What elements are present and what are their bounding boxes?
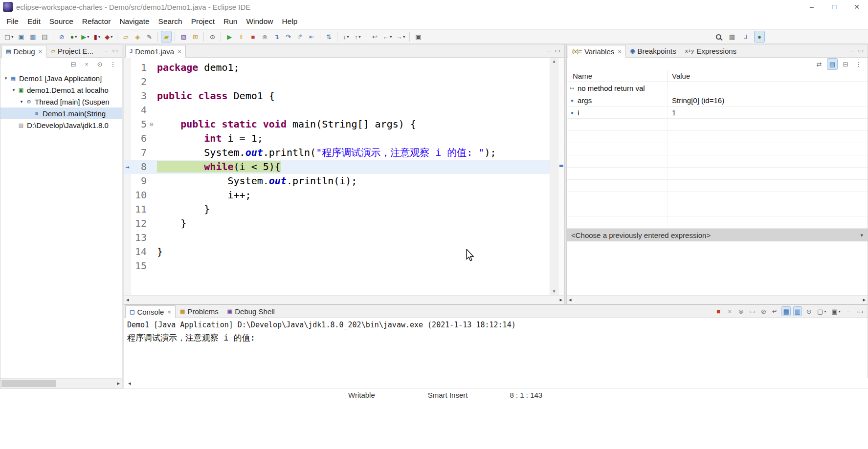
tab-variables[interactable]: (x)=Variables× [568, 45, 626, 58]
scroll-left-icon[interactable] [569, 297, 572, 302]
open-perspective-button[interactable]: ▦ [727, 31, 737, 43]
next-annotation-button[interactable]: ↓▾ [340, 31, 351, 43]
variable-row[interactable]: ●argsString[0] (id=16) [567, 94, 868, 107]
view-menu-button[interactable]: ⋮ [108, 58, 118, 70]
code-line[interactable]: 7 System.out.println("程序调试演示，注意观察 i 的值: … [124, 146, 550, 160]
expander-icon[interactable]: ▾ [18, 99, 25, 104]
expression-input[interactable]: <Choose a previously entered expression>… [567, 229, 868, 241]
tree-item[interactable]: ▾▣demo1.Demo1 at localho [0, 84, 122, 96]
variable-row[interactable]: ●i1 [567, 107, 868, 119]
run-button[interactable]: ▶▾ [80, 31, 90, 43]
scroll-lock-button[interactable]: ⊘ [759, 306, 768, 316]
collapse-all-button[interactable]: ⊟ [68, 58, 79, 70]
code-line[interactable]: 10 i++; [124, 188, 550, 202]
show-type-names-button[interactable]: ▤ [827, 58, 838, 70]
code-line[interactable]: 15 [124, 259, 550, 273]
maximize-view-button[interactable]: ▭ [554, 47, 562, 54]
java-search-button[interactable]: ⊙ [207, 31, 218, 43]
console-output[interactable]: 程序调试演示，注意观察 i 的值: [124, 330, 868, 345]
close-icon[interactable]: × [178, 48, 181, 55]
new-java-package-button[interactable]: ⊞ [190, 31, 200, 43]
terminate-button[interactable]: ■ [714, 306, 723, 316]
expander-icon[interactable]: ▾ [2, 76, 9, 81]
menu-edit[interactable]: Edit [23, 15, 45, 28]
tree-item[interactable]: ▥D:\Develop\Java\jdk1.8.0 [0, 119, 122, 131]
display-selected-console-button[interactable]: ▢▾ [816, 306, 827, 316]
menu-project[interactable]: Project [187, 15, 219, 28]
current-line-marker[interactable] [559, 165, 563, 167]
variable-detail-pane[interactable] [567, 241, 868, 295]
drop-to-frame-button[interactable]: ⇤ [306, 31, 317, 43]
code-line[interactable]: 11 } [124, 202, 550, 216]
java-perspective-button[interactable]: J [740, 31, 751, 43]
back-button[interactable]: ←▾ [381, 31, 393, 43]
code-line[interactable]: 3public class Demo1 { [124, 89, 550, 103]
variable-row[interactable]: ↦no method return val [567, 82, 868, 94]
code-line[interactable]: →8 while(i < 5){ [124, 160, 550, 174]
remove-all-terminated-button[interactable]: ⊗ [736, 306, 745, 316]
minimize-view-button[interactable]: – [546, 47, 552, 54]
show-on-stderr-button[interactable]: ▥ [793, 306, 802, 316]
menu-search[interactable]: Search [154, 15, 187, 28]
menu-file[interactable]: File [2, 15, 23, 28]
pin-editor-button[interactable]: ▣ [413, 31, 423, 43]
tree-item[interactable]: ≡Demo1.main(String [0, 107, 122, 119]
open-resource-button[interactable]: ▱ [120, 31, 131, 43]
remove-launch-button[interactable]: × [725, 306, 734, 316]
show-on-stdout-button[interactable]: ▤ [781, 306, 790, 316]
debug-view-hscrollbar[interactable] [0, 378, 122, 388]
code-line[interactable]: 9 System.out.println(i); [124, 174, 550, 188]
menu-navigate[interactable]: Navigate [115, 15, 154, 28]
tab-problems[interactable]: ▦Problems [176, 305, 223, 318]
maximize-view-button[interactable]: ▭ [111, 47, 119, 54]
show-logical-structures-button[interactable]: ⇄ [814, 58, 824, 70]
suspend-button[interactable]: ‖ [236, 31, 246, 43]
save-button[interactable]: ▣ [16, 31, 26, 43]
menu-source[interactable]: Source [45, 15, 78, 28]
step-into-button[interactable]: ↴ [271, 31, 282, 43]
tab-breakpoints[interactable]: ◉Breakpoints [626, 44, 681, 57]
tab-debug-shell[interactable]: ▣Debug Shell [223, 305, 279, 318]
code-line[interactable]: 13 [124, 231, 550, 245]
tab-project-explorer[interactable]: ▱Project E... [46, 44, 98, 57]
code-area[interactable]: 1package demo1;23public class Demo1 {45⊖… [124, 58, 550, 295]
minimize-view-button[interactable]: – [845, 306, 853, 316]
scroll-right-icon[interactable] [559, 297, 562, 302]
collapse-all-button[interactable]: ⊟ [840, 58, 851, 70]
coverage-button[interactable]: ▮▾ [91, 31, 102, 43]
console-empty-area[interactable] [124, 345, 868, 378]
code-line[interactable]: 5⊖ public static void main(String[] args… [124, 117, 550, 131]
scroll-down-icon[interactable] [553, 289, 556, 294]
console-hscrollbar[interactable] [124, 378, 868, 388]
maximize-button[interactable]: □ [823, 0, 846, 14]
scroll-left-icon[interactable] [128, 381, 131, 386]
debug-button[interactable]: ●▾ [68, 31, 79, 43]
code-line[interactable]: 4 [124, 103, 550, 117]
step-over-button[interactable]: ↷ [283, 31, 293, 43]
menu-help[interactable]: Help [278, 15, 302, 28]
name-column-header[interactable]: Name [567, 70, 668, 82]
menu-window[interactable]: Window [242, 15, 277, 28]
open-task-button[interactable]: ✎ [144, 31, 155, 43]
remove-all-terminated-button[interactable]: × [81, 58, 92, 70]
value-column-header[interactable]: Value [668, 72, 868, 80]
debug-perspective-button[interactable]: ● [754, 31, 765, 43]
forward-button[interactable]: →▾ [394, 31, 406, 43]
minimize-view-button[interactable]: – [103, 47, 110, 54]
variables-hscrollbar[interactable] [567, 295, 868, 304]
maximize-view-button[interactable]: ▭ [856, 306, 865, 316]
chevron-down-icon[interactable]: ▾ [860, 232, 863, 238]
minimize-view-button[interactable]: – [849, 47, 855, 54]
maximize-view-button[interactable]: ▭ [857, 47, 865, 54]
mark-occurrences-button[interactable]: ▰ [161, 31, 172, 43]
tree-item[interactable]: ▾⚙Thread [main] (Suspen [0, 96, 122, 107]
close-icon[interactable]: × [167, 308, 171, 316]
run-external-tools-button[interactable]: ◆▾ [103, 31, 114, 43]
close-icon[interactable]: × [618, 48, 622, 55]
code-line[interactable]: 1package demo1; [124, 61, 550, 75]
code-line[interactable]: 6 int i = 1; [124, 131, 550, 146]
code-line[interactable]: 2 [124, 75, 550, 89]
code-line[interactable]: 12 } [124, 216, 550, 231]
fold-marker-icon[interactable]: ⊖ [150, 117, 157, 131]
print-button[interactable]: ▤ [39, 31, 50, 43]
